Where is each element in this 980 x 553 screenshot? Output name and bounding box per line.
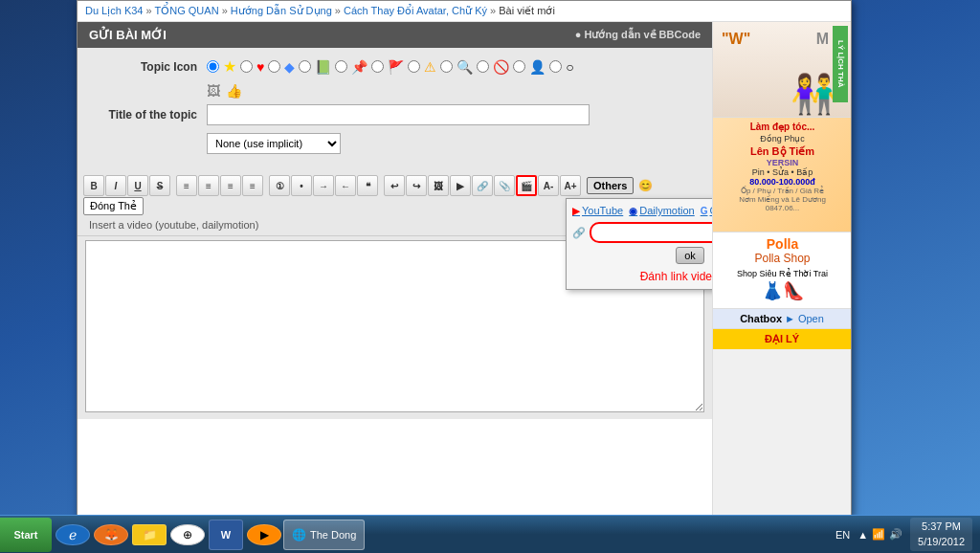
topic-icon-flag: 🚩 bbox=[388, 59, 404, 75]
taskbar-time: 5:37 PM bbox=[918, 520, 965, 534]
toolbar-ol[interactable]: ① bbox=[269, 175, 290, 196]
topic-icon-radio-5[interactable] bbox=[371, 60, 384, 73]
dailymotion-tab[interactable]: ◉ Dailymotion bbox=[629, 205, 694, 216]
toolbar-indent[interactable]: → bbox=[313, 175, 334, 196]
taskbar-clock[interactable]: 5:37 PM 5/19/2012 bbox=[910, 518, 972, 551]
taskbar-right: EN ▲ 📶 🔊 5:37 PM 5/19/2012 bbox=[828, 516, 980, 554]
toolbar-undo[interactable]: ↩ bbox=[384, 175, 405, 196]
topic-icon-label: Topic Icon bbox=[92, 60, 207, 74]
toolbar-italic[interactable]: I bbox=[105, 175, 126, 196]
video-tabs: ▶ YouTube ◉ Dailymotion G Google Video bbox=[572, 205, 712, 216]
content-area: GỬI BÀI MỚI ● Hướng dẫn về BBCode Topic … bbox=[78, 22, 851, 516]
toolbar-video[interactable]: 🎬 bbox=[516, 175, 537, 196]
toolbar-flash[interactable]: ▶ bbox=[450, 175, 471, 196]
topic-icon-radio-6[interactable] bbox=[408, 60, 420, 73]
topic-icon-thumb: 👍 bbox=[226, 83, 242, 99]
browser-window: Du Lịch K34 » TỔNG QUAN » Hướng Dẫn Sử D… bbox=[77, 0, 852, 517]
breadcrumb-item-1[interactable]: Du Lịch K34 bbox=[85, 5, 143, 16]
word-taskbar-icon[interactable]: W bbox=[209, 520, 243, 550]
breadcrumb-item-3[interactable]: Hướng Dẫn Sử Dụng bbox=[231, 5, 332, 16]
ad-phone: 80.000-100.000đ bbox=[717, 177, 848, 187]
active-window-title: The Dong bbox=[310, 529, 356, 541]
media-taskbar-icon[interactable]: ▶ bbox=[247, 524, 281, 545]
title-input[interactable] bbox=[207, 104, 590, 125]
couple-icon: 👫 bbox=[791, 75, 838, 113]
toolbar-bold[interactable]: B bbox=[83, 175, 104, 196]
topic-icon-diamond: ◆ bbox=[284, 59, 295, 75]
toolbar-others-btn[interactable]: Others bbox=[587, 177, 634, 194]
googlevideo-tab[interactable]: G Google Video bbox=[701, 205, 712, 216]
toolbar-justify[interactable]: ≡ bbox=[242, 175, 263, 196]
topic-icon-ban: 🚫 bbox=[493, 59, 509, 75]
toolbar-ul[interactable]: • bbox=[291, 175, 312, 196]
toolbar-link[interactable]: 🔗 bbox=[472, 175, 493, 196]
title-label: Title of the topic bbox=[92, 108, 207, 122]
chrome-icon-glyph: ⊕ bbox=[183, 528, 192, 542]
breadcrumb-sep: » bbox=[222, 5, 231, 16]
taskbar-volume-icon[interactable]: 🔊 bbox=[889, 528, 902, 541]
chatbox-open[interactable]: ► Open bbox=[785, 313, 824, 324]
toolbar-image[interactable]: 🖼 bbox=[428, 175, 449, 196]
toolbar-attach[interactable]: 📎 bbox=[494, 175, 515, 196]
video-popup: ▶ YouTube ◉ Dailymotion G Google Video bbox=[566, 198, 712, 290]
topic-icon-radio-3[interactable] bbox=[299, 60, 311, 73]
toolbar-dong-the-btn[interactable]: Đóng Thẻ bbox=[83, 197, 144, 215]
toolbar-font-size-dec[interactable]: A- bbox=[538, 175, 559, 196]
topic-icon-radio-default[interactable] bbox=[207, 60, 219, 73]
breadcrumb-item-4[interactable]: Cách Thay Đổi Avatar, Chữ Ký bbox=[344, 5, 487, 16]
green-tab: LÝ LỊCH THÀ bbox=[833, 26, 848, 102]
toolbar-redo[interactable]: ↪ bbox=[406, 175, 427, 196]
ad-price: Lên Bộ Tiếm bbox=[717, 145, 848, 158]
polla-shop: Polla Shop bbox=[717, 252, 848, 265]
topic-icon-radio-9[interactable] bbox=[513, 60, 525, 73]
topic-icons-container: ★ ♥ ◆ 📗 📌 🚩 ⚠ 🔍 bbox=[207, 57, 574, 76]
topic-icon-radio-10[interactable] bbox=[549, 60, 562, 73]
firefox-taskbar-icon[interactable]: 🦊 bbox=[94, 524, 128, 545]
toolbar-strikethrough[interactable]: S bbox=[149, 175, 170, 196]
taskbar-arrow-up[interactable]: ▲ bbox=[858, 529, 868, 541]
implicit-dropdown[interactable]: None (use implicit) bbox=[207, 133, 341, 154]
topic-icon-radio-2[interactable] bbox=[268, 60, 280, 73]
start-button[interactable]: Start bbox=[0, 518, 52, 552]
toolbar-left[interactable]: ≡ bbox=[176, 175, 197, 196]
video-input-row: 🔗 bbox=[572, 222, 712, 243]
topic-icon-radio-1[interactable] bbox=[240, 60, 253, 73]
sidebar-letter-m: M bbox=[816, 31, 829, 48]
toolbar-smiley[interactable]: 😊 bbox=[635, 175, 656, 196]
active-window-icon: 🌐 bbox=[292, 528, 306, 542]
topic-icon-radio-4[interactable] bbox=[335, 60, 347, 73]
sidebar-letter-w: "W" bbox=[722, 31, 750, 48]
polla-icon: 👗👠 bbox=[717, 280, 848, 301]
taskbar-date: 5/19/2012 bbox=[918, 535, 965, 549]
breadcrumb-item-2[interactable]: TỔNG QUAN bbox=[155, 5, 219, 16]
topic-icon-row2: 🖼 👍 bbox=[207, 83, 698, 99]
toolbar-center[interactable]: ≡ bbox=[198, 175, 219, 196]
active-window-button[interactable]: 🌐 The Dong bbox=[283, 520, 365, 550]
topic-icon-star[interactable]: ★ bbox=[223, 57, 236, 76]
toolbar-underline[interactable]: U bbox=[127, 175, 148, 196]
ie-taskbar-icon[interactable]: ℯ bbox=[56, 524, 90, 545]
bbcode-help-link[interactable]: ● Hướng dẫn về BBCode bbox=[575, 29, 701, 41]
chrome-taskbar-icon[interactable]: ⊕ bbox=[170, 524, 205, 545]
toolbar-right[interactable]: ≡ bbox=[220, 175, 241, 196]
toolbar-quote[interactable]: ❝ bbox=[357, 175, 378, 196]
topic-icon-radio-7[interactable] bbox=[440, 60, 453, 73]
topic-icon-row: Topic Icon ★ ♥ ◆ 📗 📌 🚩 bbox=[92, 57, 698, 76]
main-panel: GỬI BÀI MỚI ● Hướng dẫn về BBCode Topic … bbox=[78, 22, 712, 516]
toolbar-font-size-inc[interactable]: A+ bbox=[560, 175, 581, 196]
topic-icon-warn: ⚠ bbox=[424, 59, 436, 75]
polla-title: Polla bbox=[717, 236, 848, 252]
topic-icon-blank: ○ bbox=[566, 59, 573, 75]
daily-ad: ĐẠI LÝ bbox=[713, 328, 851, 349]
topic-icon-radio-8[interactable] bbox=[477, 60, 489, 73]
ad-text-1: Làm đẹp tóc... bbox=[717, 122, 848, 132]
ad-text-2: Đồng Phục bbox=[717, 134, 848, 144]
toolbar-outdent[interactable]: ← bbox=[335, 175, 356, 196]
explorer-taskbar-icon[interactable]: 📁 bbox=[132, 524, 167, 545]
taskbar-system-icons: ▲ 📶 🔊 bbox=[858, 528, 902, 541]
ad-name: Nơm Miếng và Lê Dương bbox=[717, 195, 848, 204]
youtube-tab[interactable]: ▶ YouTube bbox=[572, 205, 623, 216]
video-url-input[interactable] bbox=[590, 222, 712, 243]
video-ok-button[interactable]: ok bbox=[676, 247, 704, 264]
breadcrumb-item-5: Bài viết mới bbox=[499, 5, 555, 16]
